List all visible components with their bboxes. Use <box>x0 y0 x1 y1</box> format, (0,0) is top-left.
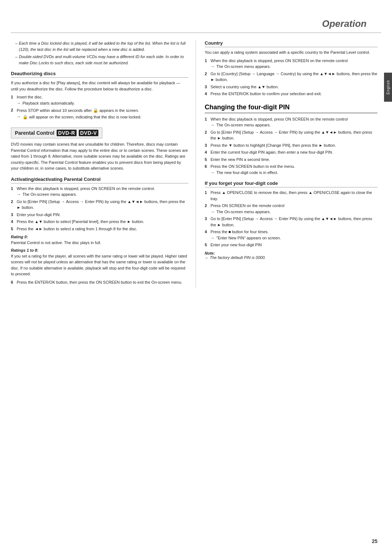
pin-step-6: 6 Press the ON SCREEN button to exit the… <box>205 163 377 175</box>
pin-step-num-4: 4 <box>205 149 207 155</box>
step-num-1: 1 <box>11 94 13 100</box>
country-step-1-note: The On-screen menu appears. <box>211 64 377 70</box>
rating0-label: Rating 0: <box>11 235 188 239</box>
act-step-6: 6 Press the ENTER/OK button, then press … <box>11 279 188 285</box>
parental-control-title: Parental Control <box>15 130 54 136</box>
country-step-2-text: Go to [Country] (Setup → Language → Coun… <box>211 72 377 82</box>
act-step-num-4: 4 <box>11 219 13 225</box>
act-step-4-text: Press the ▲▼ button to select [Parental … <box>17 219 144 224</box>
act-step-num-3: 3 <box>11 212 13 218</box>
forget-pin-steps: 1 Press ▲ OPEN/CLOSE to remove the disc,… <box>205 190 377 248</box>
pin-step-6-text: Press the ON SCREEN button to exit the m… <box>211 164 295 169</box>
pin-step-2-text: Go to [Enter PIN] (Setup → Access → Ente… <box>211 130 372 141</box>
activating-step6-list: 6 Press the ENTER/OK button, then press … <box>11 279 188 285</box>
forget-pin-title: If you forget your four-digit code <box>205 181 377 187</box>
country-step-1-text: When the disc playback is stopped, press… <box>211 58 348 63</box>
lock-icon: 🔒 <box>93 108 98 113</box>
deauth-step-2-note-text: will appear on the screen, indicating th… <box>29 115 141 119</box>
forget-step-2: 2 Press ON SCREEN on the remote control … <box>205 203 377 215</box>
deauth-step-2: 2 Press STOP within about 10 seconds aft… <box>11 107 188 120</box>
forget-step-1-text: Press ▲ OPEN/CLOSE to remove the disc, t… <box>211 190 372 201</box>
parental-control-intro: DVD movies may contain scenes that are u… <box>11 141 188 171</box>
act-step-num-6: 6 <box>11 279 13 285</box>
act-step-3-text: Enter your four-digit PIN. <box>17 212 61 217</box>
left-column: Each time a Disc locked disc is played, … <box>11 40 196 288</box>
deauth-step-2-note: 🔒 will appear on the screen, indicating … <box>17 114 188 120</box>
forget-step-num-5: 5 <box>205 242 207 248</box>
country-steps: 1 When the disc playback is stopped, pre… <box>205 58 377 97</box>
forget-step-num-2: 2 <box>205 203 207 209</box>
pin-step-4: 4 Enter the current four-digit PIN again… <box>205 149 377 155</box>
deauth-step-2-text: Press STOP within about 10 seconds after… <box>17 108 139 113</box>
country-intro: You can apply a rating system associated… <box>205 49 377 56</box>
pin-step-3: 3 Press the ▼ button to highlight [Chang… <box>205 142 377 149</box>
pin-step-num-5: 5 <box>205 157 207 163</box>
pin-step-1-text: When the disc playback is stopped, press… <box>211 117 348 121</box>
dvd-badge-1: DVD-R <box>57 130 77 136</box>
country-step-2: 2 Go to [Country] (Setup → Language → Co… <box>205 71 377 83</box>
forget-step-4-text: Press the ■ button for four times. <box>211 230 269 234</box>
deauthorizing-intro: If you authorize a disc for [Play always… <box>11 80 188 92</box>
note-section: Note: The factory default PIN is 0000. <box>205 251 377 260</box>
pin-step-5: 5 Enter the new PIN a second time. <box>205 157 377 163</box>
act-step-5: 5 Press the ◄► button to select a rating… <box>11 226 188 232</box>
deauth-step-1-text: Insert the disc. <box>17 95 43 99</box>
operation-header: Operation <box>11 15 381 33</box>
act-step-6-text: Press the ENTER/OK button, then press th… <box>17 280 182 284</box>
act-step-1-text: When the disc playback is stopped, press… <box>17 186 155 191</box>
main-columns: Each time a Disc locked disc is played, … <box>11 40 381 288</box>
intro-list: Each time a Disc locked disc is played, … <box>11 40 188 66</box>
country-step-3-text: Select a country using the ▲▼ button. <box>211 85 279 89</box>
page-title: Operation <box>322 18 367 29</box>
page-number: 25 <box>372 538 377 544</box>
lock-icon-2: 🔒 <box>23 114 28 119</box>
note-text: The factory default PIN is 0000. <box>205 255 377 260</box>
forget-step-num-3: 3 <box>205 216 207 222</box>
deauthorizing-steps: 1 Insert the disc. Playback starts autom… <box>11 94 188 120</box>
forget-step-2-text: Press ON SCREEN on the remote control <box>211 203 285 208</box>
act-step-1-note: The On-screen menu appears. <box>17 191 188 198</box>
act-step-4: 4 Press the ▲▼ button to select [Parenta… <box>11 219 188 225</box>
country-step-num-4: 4 <box>205 91 207 97</box>
forget-step-4: 4 Press the ■ button for four times. "En… <box>205 229 377 241</box>
forget-step-num-1: 1 <box>205 190 207 196</box>
pin-step-num-3: 3 <box>205 142 207 149</box>
act-step-2: 2 Go to [Enter PIN] (Setup → Access → En… <box>11 199 188 211</box>
country-step-4-text: Press the ENTER/OK button to confirm you… <box>211 92 322 96</box>
country-step-4: 4 Press the ENTER/OK button to confirm y… <box>205 91 377 97</box>
pin-step-1: 1 When the disc playback is stopped, pre… <box>205 116 377 128</box>
act-step-5-text: Press the ◄► button to select a rating f… <box>17 227 137 231</box>
country-step-3: 3 Select a country using the ▲▼ button. <box>205 84 377 90</box>
country-step-1: 1 When the disc playback is stopped, pre… <box>205 58 377 70</box>
act-step-2-text: Go to [Enter PIN] (Setup → Access → Ente… <box>17 199 185 210</box>
step-num-2: 2 <box>11 107 13 113</box>
side-tab: English <box>384 73 392 102</box>
act-step-1: 1 When the disc playback is stopped, pre… <box>11 186 188 198</box>
pin-step-num-2: 2 <box>205 129 207 135</box>
country-step-num-2: 2 <box>205 71 207 77</box>
act-step-num-2: 2 <box>11 199 13 205</box>
note-label: Note: <box>205 251 377 255</box>
forget-step-4-note: "Enter New PIN" appears on screen. <box>211 235 377 241</box>
act-step-num-5: 5 <box>11 226 13 232</box>
forget-step-5-text: Enter your new four-digit PIN <box>211 243 262 247</box>
page: English Operation Each time a Disc locke… <box>0 0 392 555</box>
pin-step-1-note: The On-screen menu appears. <box>211 122 377 128</box>
ratings18-text: If you set a rating for the player, all … <box>11 253 188 277</box>
forget-step-1: 1 Press ▲ OPEN/CLOSE to remove the disc,… <box>205 190 377 202</box>
pin-step-5-text: Enter the new PIN a second time. <box>211 157 270 162</box>
side-tab-label: English <box>386 80 390 94</box>
pin-step-6-note: The new four-digit code is in effect. <box>211 170 377 176</box>
pin-step-4-text: Enter the current four-digit PIN again, … <box>211 150 333 154</box>
dvd-badge-2: DVD-V <box>79 130 98 136</box>
parental-control-header-box: Parental Control DVD-R DVD-V <box>11 127 102 138</box>
country-step-num-1: 1 <box>205 58 207 64</box>
activating-title: Activating/deactivating Parental Control <box>11 177 188 183</box>
forget-step-num-4: 4 <box>205 229 207 235</box>
deauth-step-1-note: Playback starts automatically. <box>17 100 188 106</box>
forget-step-3: 3 Go to [Enter PIN] (Setup → Access → En… <box>205 216 377 228</box>
pin-step-num-1: 1 <box>205 116 207 122</box>
country-step-num-3: 3 <box>205 84 207 90</box>
pin-step-3-text: Press the ▼ button to highlight [Change … <box>211 143 336 147</box>
deauthorizing-title: Deauthorizing discs <box>11 71 188 78</box>
